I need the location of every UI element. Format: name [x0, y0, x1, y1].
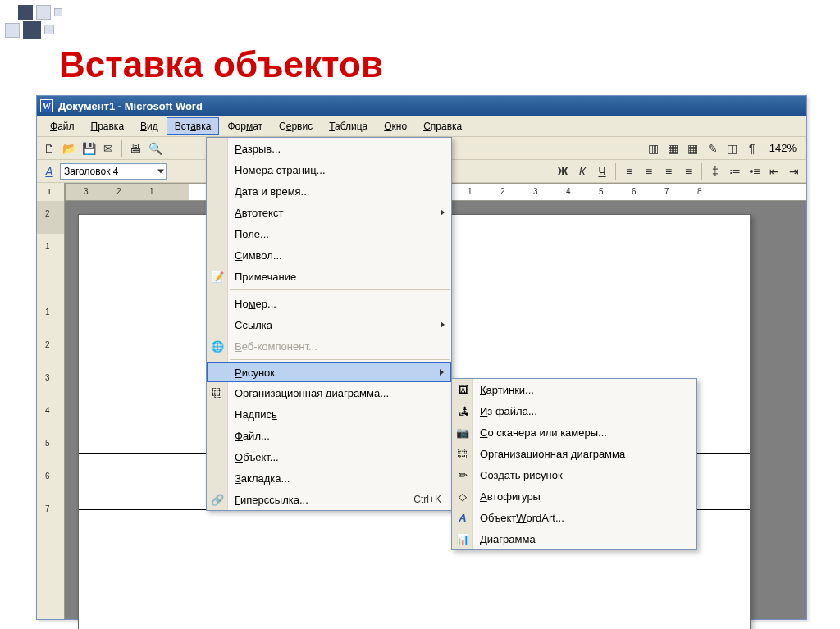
shortcut-label: Ctrl+K: [413, 494, 441, 505]
decrease-indent-icon[interactable]: ⇤: [765, 162, 783, 180]
insert-table-icon[interactable]: [664, 139, 682, 157]
docmap-icon[interactable]: ◫: [724, 139, 742, 157]
bullets-icon[interactable]: •≡: [746, 162, 764, 180]
window-title: Документ1 - Microsoft Word: [58, 100, 203, 112]
align-right-icon[interactable]: ≡: [660, 162, 678, 180]
align-left-icon[interactable]: ≡: [620, 162, 638, 180]
menu-symbol[interactable]: Символ...: [207, 244, 451, 266]
autoshapes-icon: ◇: [455, 489, 470, 504]
org-chart-icon: ⿻: [455, 446, 470, 461]
menu-reference[interactable]: Ссылка: [207, 314, 451, 335]
align-center-icon[interactable]: ≡: [640, 162, 658, 180]
menu-field[interactable]: Поле...: [207, 223, 451, 244]
increase-indent-icon[interactable]: ⇥: [785, 162, 803, 180]
word-app-icon: W: [40, 99, 53, 112]
separator: [701, 163, 702, 180]
mail-icon[interactable]: ✉: [99, 139, 117, 157]
submenu-new-drawing[interactable]: ✏Создать рисунок: [452, 464, 696, 485]
menubar: Файл Правка Вид Вставка Формат Сервис Та…: [37, 116, 806, 137]
menu-comment[interactable]: 📝Примечание: [207, 266, 451, 287]
excel-icon[interactable]: ▦: [684, 139, 702, 157]
new-drawing-icon: ✏: [455, 467, 470, 482]
menu-textbox[interactable]: Надпись: [207, 403, 451, 425]
zoom-value[interactable]: 142%: [763, 142, 803, 154]
vertical-ruler[interactable]: 2 1 1 2 3 4 5 6 7: [37, 201, 65, 619]
print-icon[interactable]: [126, 139, 144, 157]
menu-object[interactable]: Объект...: [207, 446, 451, 467]
titlebar: W Документ1 - Microsoft Word: [37, 96, 806, 116]
slide-title: Вставка объектов: [59, 44, 383, 85]
menu-number[interactable]: Номер...: [207, 293, 451, 314]
save-icon[interactable]: [80, 139, 98, 157]
menu-separator: [230, 359, 450, 360]
menu-file[interactable]: Файл...: [207, 425, 451, 446]
menu-help[interactable]: Справка: [415, 117, 470, 135]
menu-file[interactable]: Файл: [42, 117, 83, 135]
columns-icon[interactable]: ▥: [645, 139, 663, 157]
separator: [615, 163, 616, 180]
wordart-icon: A: [455, 510, 470, 525]
ruler-corner: L: [37, 183, 65, 201]
menu-insert[interactable]: Вставка: [167, 117, 220, 135]
insert-dropdown: Разрыв... Номера страниц... Дата и время…: [206, 137, 452, 511]
chevron-right-icon: [441, 321, 445, 328]
menu-separator: [230, 289, 450, 290]
separator: [121, 140, 122, 157]
web-icon: 🌐: [210, 339, 225, 353]
numbering-icon[interactable]: ≔: [726, 162, 744, 180]
submenu-autoshapes[interactable]: ◇Автофигуры: [452, 485, 696, 507]
menu-bookmark[interactable]: Закладка...: [207, 467, 451, 489]
align-justify-icon[interactable]: ≡: [679, 162, 697, 180]
menu-window[interactable]: Окно: [376, 117, 415, 135]
menu-format[interactable]: Формат: [219, 117, 271, 135]
submenu-org-chart[interactable]: ⿻Организационная диаграмма: [452, 443, 696, 464]
show-paragraph-icon[interactable]: [743, 139, 761, 157]
scanner-icon: 📷: [455, 425, 470, 440]
print-preview-icon[interactable]: [146, 139, 164, 157]
menu-page-numbers[interactable]: Номера страниц...: [207, 159, 451, 180]
underline-button[interactable]: Ч: [593, 162, 611, 180]
menu-date-time[interactable]: Дата и время...: [207, 180, 451, 202]
menu-break[interactable]: Разрыв...: [207, 138, 451, 159]
menu-view[interactable]: Вид: [132, 117, 167, 135]
menu-org-chart[interactable]: ⿻Организационная диаграмма...: [207, 382, 451, 403]
clipart-icon: 🖼: [455, 382, 470, 397]
menu-tools[interactable]: Сервис: [271, 117, 321, 135]
comment-icon: 📝: [210, 269, 225, 284]
org-chart-icon: ⿻: [210, 385, 225, 400]
open-icon[interactable]: [60, 139, 78, 157]
submenu-chart[interactable]: 📊Диаграмма: [452, 528, 696, 549]
chevron-right-icon: [441, 209, 445, 216]
submenu-clipart[interactable]: 🖼Картинки...: [452, 379, 696, 400]
bold-button[interactable]: Ж: [554, 162, 572, 180]
menu-web-component: 🌐Веб-компонент...: [207, 335, 451, 357]
line-spacing-icon[interactable]: ‡: [706, 162, 724, 180]
italic-button[interactable]: К: [573, 162, 591, 180]
submenu-from-file[interactable]: 🏞Из файла...: [452, 400, 696, 422]
picture-submenu: 🖼Картинки... 🏞Из файла... 📷Со сканера ил…: [451, 378, 697, 550]
new-icon[interactable]: [40, 139, 58, 157]
menu-table[interactable]: Таблица: [321, 117, 376, 135]
menu-autotext[interactable]: Автотекст: [207, 202, 451, 223]
submenu-wordart[interactable]: AОбъект WordArt...: [452, 507, 696, 528]
chart-icon: 📊: [455, 531, 470, 546]
image-file-icon: 🏞: [455, 403, 470, 418]
menu-picture[interactable]: Рисунок: [207, 362, 451, 382]
submenu-from-scanner[interactable]: 📷Со сканера или камеры...: [452, 422, 696, 443]
chevron-right-icon: [440, 369, 444, 376]
word-window: W Документ1 - Microsoft Word Файл Правка…: [36, 95, 807, 620]
styles-icon[interactable]: A: [40, 162, 58, 180]
drawing-icon[interactable]: ✎: [704, 139, 722, 157]
menu-hyperlink[interactable]: 🔗Гиперссылка...Ctrl+K: [207, 489, 451, 510]
hyperlink-icon: 🔗: [210, 492, 225, 507]
menu-edit[interactable]: Правка: [83, 117, 133, 135]
style-combo[interactable]: Заголовок 4: [60, 163, 167, 180]
